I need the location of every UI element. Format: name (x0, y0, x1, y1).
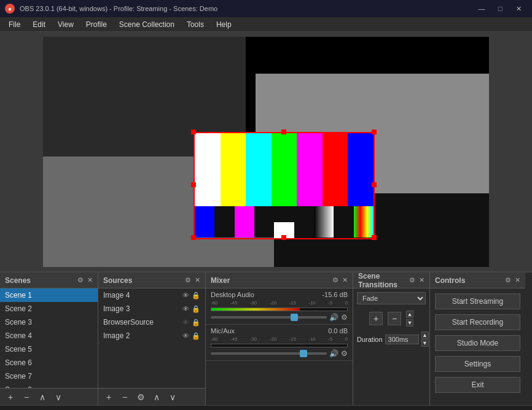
sources-settings-button[interactable]: ⚙ (134, 390, 147, 404)
source-item-icons: 👁 🔒 (182, 292, 200, 300)
source-item[interactable]: BrowserSource 👁 🔒 (98, 315, 205, 329)
scene-item[interactable]: Scene 4 (0, 329, 98, 342)
start-recording-button[interactable]: Start Recording (435, 314, 520, 330)
scene-item[interactable]: Scene 7 (0, 369, 98, 383)
transition-spin-buttons: ▲ ▼ (406, 311, 413, 327)
handle-br[interactable] (372, 235, 377, 240)
sources-up-button[interactable]: ∧ (150, 390, 163, 404)
scene-item[interactable]: Scene 3 (0, 315, 98, 329)
source-item[interactable]: Image 3 👁 🔒 (98, 302, 205, 315)
transition-down-button[interactable]: ▼ (406, 319, 413, 327)
transitions-config-icon[interactable]: ⚙ (409, 276, 415, 284)
controls-close-icon[interactable]: ✕ (515, 276, 520, 284)
visibility-icon[interactable]: 👁 (182, 319, 189, 327)
scene-item[interactable]: Scene 8 (0, 383, 98, 388)
mute-icon-desktop[interactable]: 🔊 (329, 313, 338, 322)
menu-edit[interactable]: Edit (26, 18, 52, 31)
handle-tr[interactable] (372, 130, 377, 134)
scene-item[interactable]: Scene 2 (0, 302, 98, 315)
scenes-config-icon[interactable]: ⚙ (77, 276, 84, 284)
visibility-icon[interactable]: 👁 (182, 292, 189, 300)
scene-item[interactable]: Scene 1 (0, 288, 98, 302)
mixer-panel-header: Mixer ⚙ ✕ (206, 273, 353, 288)
fader-mic[interactable] (211, 352, 327, 355)
transition-controls: + − ▲ ▼ (353, 308, 429, 329)
settings-icon-desktop[interactable]: ⚙ (341, 313, 348, 322)
handle-bm[interactable] (281, 235, 286, 240)
scene-item[interactable]: Scene 6 (0, 356, 98, 369)
menu-scene-collection[interactable]: Scene Collection (113, 18, 181, 31)
scenes-close-icon[interactable]: ✕ (87, 276, 93, 284)
channel-name: Mic/Aux (211, 327, 235, 335)
menu-help[interactable]: Help (210, 18, 238, 31)
mixer-config-icon[interactable]: ⚙ (332, 276, 338, 284)
transition-up-button[interactable]: ▲ (406, 311, 413, 318)
lock-icon[interactable]: 🔒 (192, 305, 200, 313)
controls-config-icon[interactable]: ⚙ (505, 276, 511, 284)
maximize-button[interactable]: □ (491, 2, 509, 15)
scenes-remove-button[interactable]: − (20, 390, 33, 404)
transition-add-button[interactable]: + (369, 312, 383, 325)
fader-thumb-desktop (291, 314, 298, 321)
handle-tm[interactable] (281, 130, 286, 134)
scenes-panel-header: Scenes ⚙ ✕ (0, 273, 98, 288)
mixer-channel-mic: Mic/Aux 0.0 dB -60-45-30-20-15-10-50 🔊 ⚙ (206, 325, 353, 361)
window-controls: — □ ✕ (473, 2, 527, 15)
channel-name: Desktop Audio (211, 291, 254, 298)
sources-close-icon[interactable]: ✕ (195, 276, 200, 284)
sources-remove-button[interactable]: − (118, 390, 131, 404)
mixer-panel: Mixer ⚙ ✕ Desktop Audio -15.6 dB -60-45-… (206, 273, 353, 405)
minimize-button[interactable]: — (473, 2, 490, 15)
menu-tools[interactable]: Tools (181, 18, 210, 31)
duration-up-button[interactable]: ▲ (421, 331, 429, 339)
sources-add-button[interactable]: + (102, 390, 115, 404)
window-title: OBS 23.0.1 (64-bit, windows) - Profile: … (20, 5, 473, 12)
lock-icon[interactable]: 🔒 (192, 292, 200, 300)
scene-item[interactable]: Scene 5 (0, 342, 98, 356)
scenes-up-button[interactable]: ∧ (36, 390, 49, 404)
scenes-down-button[interactable]: ∨ (52, 390, 65, 404)
sources-config-icon[interactable]: ⚙ (185, 276, 191, 284)
fader-thumb-mic (300, 350, 307, 357)
lock-icon[interactable]: 🔒 (192, 332, 200, 340)
visibility-icon[interactable]: 👁 (182, 332, 189, 340)
sources-down-button[interactable]: ∨ (166, 390, 179, 404)
mute-icon-mic[interactable]: 🔊 (329, 349, 338, 358)
handle-mr[interactable] (372, 182, 377, 187)
menu-file[interactable]: File (2, 18, 26, 31)
source-item[interactable]: Image 2 👁 🔒 (98, 329, 205, 342)
settings-button[interactable]: Settings (435, 356, 520, 372)
source-item-icons: 👁 🔒 (182, 305, 200, 313)
settings-icon-mic[interactable]: ⚙ (341, 349, 348, 358)
transitions-panel-header: Scene Transitions ⚙ ✕ (353, 273, 429, 288)
fader-row-mic: 🔊 ⚙ (211, 349, 348, 358)
preview-area (0, 32, 532, 271)
duration-down-button[interactable]: ▼ (421, 339, 429, 347)
menu-profile[interactable]: Profile (80, 18, 113, 31)
visibility-icon[interactable]: 👁 (182, 305, 189, 313)
close-button[interactable]: ✕ (510, 2, 527, 15)
meter-desktop (211, 308, 348, 311)
preview-canvas (43, 37, 489, 267)
controls-panel-header: Controls ⚙ ✕ (430, 273, 525, 288)
sources-panel-icons: ⚙ ✕ (185, 276, 200, 284)
menu-view[interactable]: View (52, 18, 80, 31)
source-list: Image 4 👁 🔒 Image 3 👁 🔒 BrowserSource 👁 … (98, 288, 205, 388)
duration-input[interactable] (385, 335, 419, 344)
transition-remove-button[interactable]: − (388, 312, 401, 325)
source-item[interactable]: Image 4 👁 🔒 (98, 288, 205, 302)
handle-tl[interactable] (191, 130, 196, 134)
scenes-add-button[interactable]: + (4, 390, 17, 404)
handle-bl[interactable] (191, 235, 196, 240)
handle-ml[interactable] (191, 182, 196, 187)
mixer-close-icon[interactable]: ✕ (342, 276, 348, 284)
transitions-close-icon[interactable]: ✕ (419, 276, 424, 284)
lock-icon[interactable]: 🔒 (192, 319, 200, 327)
studio-mode-button[interactable]: Studio Mode (435, 335, 520, 351)
fader-desktop[interactable] (211, 316, 327, 319)
start-streaming-button[interactable]: Start Streaming (435, 293, 520, 309)
transition-type-select[interactable]: Fade Cut Swipe (357, 292, 426, 304)
exit-button[interactable]: Exit (435, 377, 520, 393)
mixer-channels: Desktop Audio -15.6 dB -60-45-30-20-15-1… (206, 288, 353, 405)
transitions-panel-icons: ⚙ ✕ (409, 276, 424, 284)
